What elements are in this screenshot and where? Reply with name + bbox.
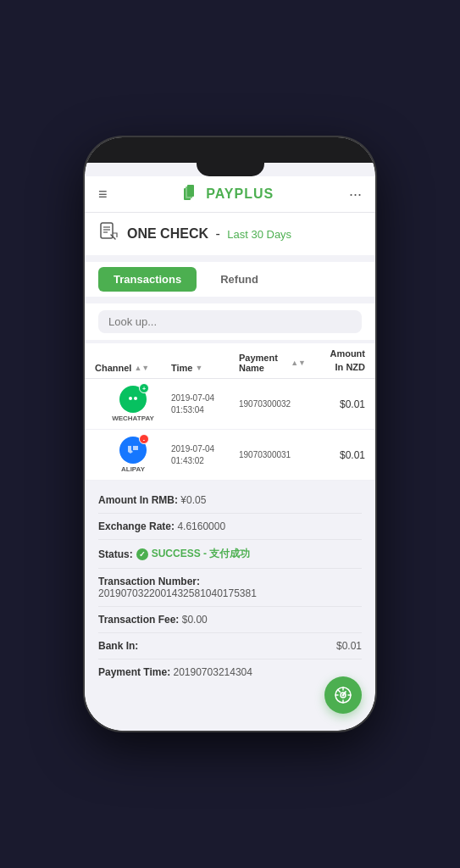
svg-point-12 [134,397,137,400]
transaction-fee-label: Transaction Fee: [98,614,179,626]
tab-refund[interactable]: Refund [205,267,274,292]
battery-level: 76 [330,147,338,155]
table-header: Channel ▲▼ Time ▼ Payment Name ▲▼ Amount… [85,343,375,379]
bank-in-row: Bank In: $0.01 [98,633,362,659]
transaction-fee-value: $0.00 [182,614,208,626]
success-check-icon: ✓ [136,548,148,560]
col-amount: Amount In NZD [306,348,365,373]
app-header: ≡ PAYPLUS ··· [85,176,375,213]
amount-rmb-row: Amount In RMB: ¥0.05 [98,487,362,514]
status-label: Status: [98,548,133,560]
channel-cell-wechat: + WECHATPAY [95,386,171,422]
svg-rect-7 [101,223,113,238]
speedometer-icon [333,685,353,705]
amount-cell-1: $0.01 [306,398,365,410]
more-menu[interactable]: ··· [349,186,362,203]
nfc-icon: N [279,147,284,155]
sort-channel-icon: ▲▼ [134,364,149,372]
payment-time-value: 20190703214304 [174,666,252,678]
page-title: ONE CHECK - Last 30 Days [127,226,291,242]
payment-name-cell-2: 19070300031 [239,450,306,459]
sort-payment-icon: ▲▼ [291,359,306,367]
time-cell-1: 2019-07-04 01:53:04 [171,392,239,416]
volume-icon: 📳 [302,147,311,155]
payplus-logo-icon [182,185,201,203]
wifi-icon [183,147,193,156]
wechat-channel-name: WECHATPAY [112,415,154,422]
network-speed: 1 K/s [163,147,180,155]
amount-cell-2: $0.01 [306,449,365,461]
status-bar: vodafone NZ 1 K/s [85,137,375,161]
success-badge: ✓ SUCCESS - 支付成功 [136,547,251,561]
phone-frame: vodafone NZ 1 K/s [85,137,375,731]
battery-fill [315,149,324,153]
bluetooth-icon: * [297,147,300,155]
search-input[interactable] [108,315,352,328]
exchange-rate-value: 4.6160000 [177,520,225,532]
bank-in-label: Bank In: [98,640,138,652]
search-wrapper [98,310,362,333]
header-logo: PAYPLUS [182,185,274,203]
status-row: Status: ✓ SUCCESS - 支付成功 [98,540,362,569]
svg-rect-3 [158,147,159,154]
svg-rect-2 [155,147,157,154]
bank-in-value: $0.01 [336,640,362,652]
extra-icons: ⊕ 🎮 [197,147,213,155]
svg-rect-1 [152,149,154,154]
transaction-table: Channel ▲▼ Time ▼ Payment Name ▲▼ Amount… [85,343,375,481]
fab-button[interactable] [324,676,362,714]
search-container [85,303,375,340]
amount-rmb-label: Amount In RMB: [98,494,178,506]
transaction-number-value: 20190703220014325810401753​81 [98,587,257,599]
alarm-icon: ⏰ [286,147,295,155]
status-value: SUCCESS - 支付成功 [152,547,251,561]
wechat-icon: + [119,386,147,413]
alipay-minus-badge: - [139,434,149,444]
content-area: ONE CHECK - Last 30 Days Transactions Re… [85,213,375,731]
page-title-section: ONE CHECK - Last 30 Days [85,213,375,255]
hamburger-menu[interactable]: ≡ [98,186,108,203]
logo-text: PAYPLUS [206,186,274,202]
notch [197,161,264,176]
exchange-rate-label: Exchange Rate: [98,520,175,532]
alipay-icon: - [119,437,147,464]
tab-transactions[interactable]: Transactions [98,267,197,292]
signal-icon [150,147,160,156]
payment-time-label: Payment Time: [98,666,170,678]
page-icon [98,221,119,247]
time-cell-2: 2019-07-04 01:43:02 [171,443,239,467]
amount-rmb-value: ¥0.05 [180,494,206,506]
col-channel: Channel ▲▼ [95,363,171,373]
wechat-add-badge: + [139,383,149,393]
alipay-channel-name: ALIPAY [121,465,145,473]
carrier-label: vodafone NZ [100,147,147,155]
payment-time-row: Payment Time: 20190703214304 [98,659,362,685]
battery-icon [313,147,327,155]
channel-cell-alipay: - ALIPAY [95,437,171,473]
col-payment-name: Payment Name ▲▼ [239,353,306,373]
svg-rect-0 [150,151,152,154]
sort-time-icon: ▼ [195,364,202,372]
table-row[interactable]: + WECHATPAY 2019-07-04 01:53:04 19070300… [85,379,375,430]
svg-point-11 [129,397,132,400]
clock: 14:04 [341,147,360,155]
col-time: Time ▼ [171,363,239,373]
transaction-fee-row: Transaction Fee: $0.00 [98,607,362,633]
tabs-container: Transactions Refund [85,262,375,297]
phone-screen: vodafone NZ 1 K/s [85,137,375,731]
exchange-rate-row: Exchange Rate: 4.6160000 [98,514,362,540]
transaction-number-row: Transaction Number: 20190703220014325810… [98,569,362,607]
table-row[interactable]: - ALIPAY 2019-07-04 01:43:02 19070300031… [85,430,375,481]
detail-section: Amount In RMB: ¥0.05 Exchange Rate: 4.61… [85,481,375,692]
payment-name-cell-1: 19070300032 [239,399,306,409]
transaction-number-label: Transaction Number: [98,576,200,587]
svg-point-15 [342,694,345,697]
page-subtitle: Last 30 Days [227,228,291,241]
svg-rect-6 [187,185,194,197]
